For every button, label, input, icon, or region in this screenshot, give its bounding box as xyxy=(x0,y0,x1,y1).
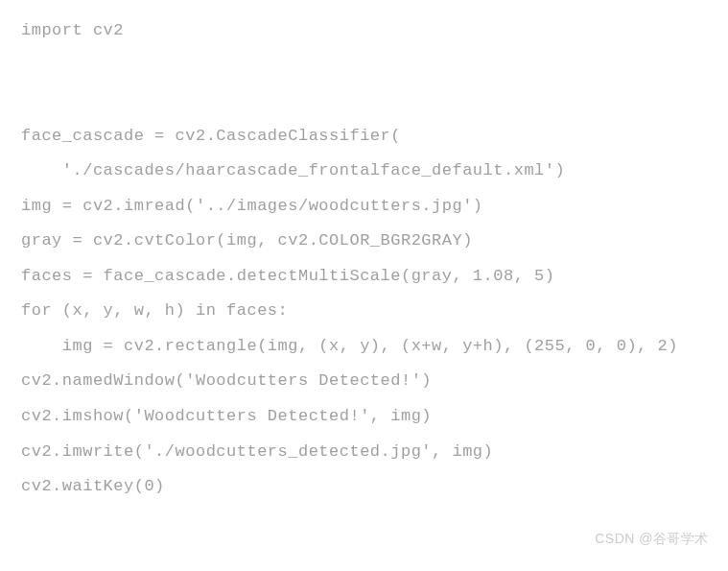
code-line: for (x, y, w, h) in faces: xyxy=(21,294,707,329)
code-line: import cv2 xyxy=(21,13,707,49)
code-line: cv2.imwrite('./woodcutters_detected.jpg'… xyxy=(21,435,707,470)
code-line: cv2.imshow('Woodcutters Detected!', img) xyxy=(21,399,707,435)
blank-line xyxy=(21,49,707,84)
code-line: './cascades/haarcascade_frontalface_defa… xyxy=(21,154,707,189)
code-line: img = cv2.rectangle(img, (x, y), (x+w, y… xyxy=(21,329,707,365)
watermark-text: CSDN @谷哥学术 xyxy=(595,531,709,548)
code-line: face_cascade = cv2.CascadeClassifier( xyxy=(21,119,707,155)
code-line: cv2.waitKey(0) xyxy=(21,469,707,505)
code-block: import cv2 face_cascade = cv2.CascadeCla… xyxy=(0,0,728,518)
code-line: cv2.namedWindow('Woodcutters Detected!') xyxy=(21,364,707,399)
blank-line xyxy=(21,83,707,119)
code-line: faces = face_cascade.detectMultiScale(gr… xyxy=(21,259,707,295)
code-line: img = cv2.imread('../images/woodcutters.… xyxy=(21,189,707,225)
code-line: gray = cv2.cvtColor(img, cv2.COLOR_BGR2G… xyxy=(21,224,707,259)
